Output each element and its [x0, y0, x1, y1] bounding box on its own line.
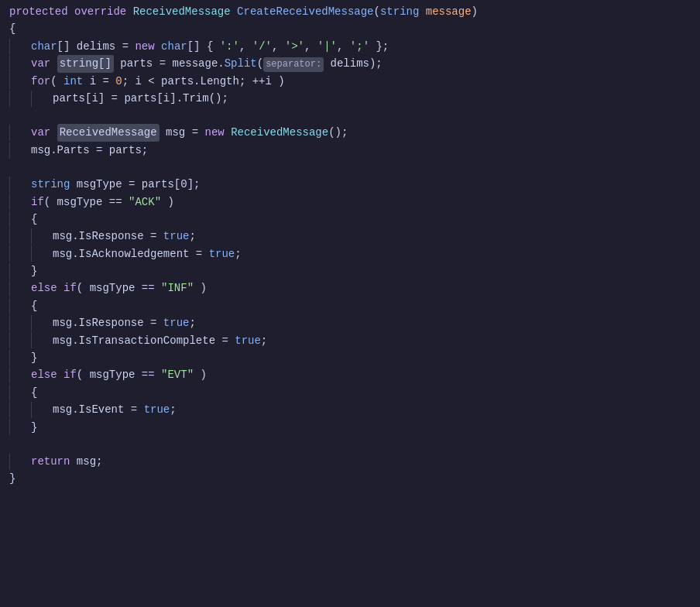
indent-space [9, 245, 53, 262]
code-line: msg.IsTransactionComplete = true; [0, 332, 700, 349]
token: [] { [187, 38, 220, 55]
indent-guide [9, 419, 10, 435]
code-line: } [0, 470, 700, 487]
indent-space [9, 453, 31, 470]
indent-guide [31, 245, 32, 262]
token: ; [235, 245, 241, 262]
token: , [272, 38, 285, 55]
token [324, 55, 330, 72]
token: ; [170, 401, 176, 418]
code-line: { [0, 211, 700, 228]
token: ( [257, 55, 263, 72]
token: ; [261, 332, 267, 349]
code-line: return msg; [0, 453, 700, 470]
code-line: { [0, 20, 700, 37]
indent-space [9, 314, 53, 331]
token: ; [189, 228, 195, 245]
indent-space [9, 366, 31, 383]
token: true [235, 332, 261, 349]
indent-space [9, 332, 53, 349]
token: else [31, 279, 57, 297]
token: } [31, 349, 37, 366]
token: , [239, 38, 252, 55]
code-line: string msgType = parts[0]; [0, 176, 700, 193]
token: true [163, 314, 190, 331]
code-line: } [0, 349, 700, 366]
token [225, 124, 231, 141]
indent-guide [9, 211, 10, 228]
indent-space [9, 38, 31, 55]
code-line: msg.Parts = parts; [0, 142, 700, 159]
token: override [74, 3, 126, 20]
token: if [63, 366, 77, 383]
token [57, 366, 63, 383]
token: ReceivedMessage [231, 124, 328, 141]
token: true [209, 245, 235, 262]
indent-guide [9, 73, 10, 89]
token: delims [77, 38, 115, 55]
indent-space [9, 142, 31, 159]
indent-guide [9, 39, 10, 55]
token [50, 124, 57, 141]
token: msg; [70, 453, 102, 470]
token: msgType = parts[0]; [70, 176, 200, 193]
indent-guide [9, 263, 10, 279]
token: ( [50, 73, 63, 90]
token [126, 3, 132, 20]
token: message [172, 55, 218, 72]
code-line: protected override ReceivedMessage Creat… [0, 3, 700, 20]
token: ; i < parts.Length; ++i ) [122, 73, 285, 90]
token: (); [328, 124, 348, 141]
token: = [185, 124, 204, 141]
token [419, 3, 425, 20]
token: ';' [350, 38, 369, 55]
code-editor: protected override ReceivedMessage Creat… [0, 0, 700, 607]
code-line: char[] delims = new char[] { ':', '/', '… [0, 38, 700, 55]
code-line: parts[i] = parts[i].Trim(); [0, 90, 700, 107]
token: int [63, 73, 83, 90]
token: ) [472, 3, 478, 20]
token: , [337, 38, 350, 55]
token: for [31, 73, 50, 90]
token: [] [57, 38, 77, 55]
code-line: msg.IsResponse = true; [0, 228, 700, 245]
indent-guide [9, 177, 10, 193]
token: string [31, 176, 70, 193]
token: if [31, 194, 44, 211]
token: string [380, 3, 419, 20]
indent-space [9, 73, 31, 90]
token: }; [369, 38, 389, 55]
token: msg.Parts = parts; [31, 142, 148, 159]
token: char [161, 38, 187, 55]
token: ( msgType == [77, 279, 161, 297]
code-line: msg.IsAcknowledgement = true; [0, 245, 700, 262]
code-line: } [0, 419, 700, 436]
token: ( [374, 3, 380, 20]
token: ) [161, 194, 174, 211]
token: new [135, 38, 154, 55]
token [231, 3, 237, 20]
token [57, 279, 63, 297]
indent-space [9, 419, 31, 436]
token: ':' [220, 38, 239, 55]
indent-guide [9, 298, 10, 314]
indent-space [9, 297, 31, 314]
indent-guide [9, 454, 10, 470]
token [114, 55, 120, 72]
token: } [31, 262, 37, 279]
indent-guide [31, 332, 32, 348]
code-line: msg.IsEvent = true; [0, 401, 700, 418]
token: ReceivedMessage [133, 3, 231, 20]
token: } [31, 419, 37, 436]
code-line: for( int i = 0; i < parts.Length; ++i ) [0, 73, 700, 90]
indent-space [9, 384, 31, 401]
token: ) [194, 366, 207, 383]
code-line [0, 436, 700, 453]
token: if [63, 279, 77, 297]
token: ReceivedMessage [57, 124, 160, 141]
token: ) [194, 279, 207, 297]
token: msg [166, 124, 185, 141]
token: ( msgType == [44, 194, 129, 211]
token: "INF" [161, 279, 194, 297]
indent-space [9, 124, 31, 141]
